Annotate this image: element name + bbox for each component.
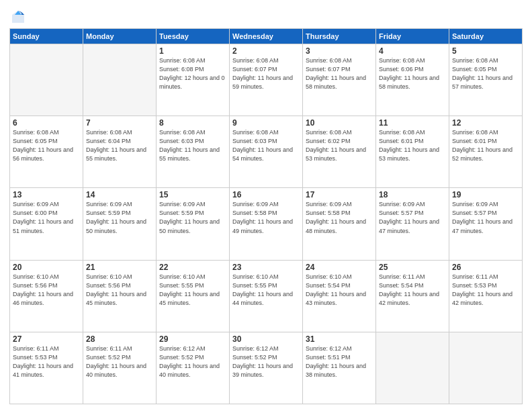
day-number: 19 [452,190,519,199]
day-number: 14 [86,190,153,199]
day-info: Sunrise: 6:10 AMSunset: 5:54 PMDaylight:… [306,273,373,308]
day-number: 22 [159,263,226,272]
logo [9,9,26,24]
day-info: Sunrise: 6:08 AMSunset: 6:07 PMDaylight:… [232,56,300,91]
calendar-week-row: 27Sunrise: 6:11 AMSunset: 5:53 PMDayligh… [10,332,523,404]
day-number: 18 [379,190,446,199]
day-number: 11 [379,118,446,128]
day-info: Sunrise: 6:08 AMSunset: 6:07 PMDaylight:… [306,56,373,91]
table-row: 11Sunrise: 6:08 AMSunset: 6:01 PMDayligh… [376,116,449,188]
calendar-table: Sunday Monday Tuesday Wednesday Thursday… [9,28,523,404]
day-number: 29 [159,334,226,344]
table-row: 18Sunrise: 6:09 AMSunset: 5:57 PMDayligh… [376,188,449,260]
day-info: Sunrise: 6:08 AMSunset: 6:06 PMDaylight:… [379,56,446,91]
table-row: 19Sunrise: 6:09 AMSunset: 5:57 PMDayligh… [449,188,523,260]
day-number: 16 [232,190,300,199]
day-info: Sunrise: 6:12 AMSunset: 5:52 PMDaylight:… [232,345,300,379]
table-row [449,332,523,404]
day-number: 25 [379,263,446,272]
table-row: 27Sunrise: 6:11 AMSunset: 5:53 PMDayligh… [10,332,83,404]
day-number: 12 [452,118,519,128]
header-saturday: Saturday [449,29,523,44]
day-info: Sunrise: 6:08 AMSunset: 6:05 PMDaylight:… [452,56,519,91]
day-info: Sunrise: 6:09 AMSunset: 5:59 PMDaylight:… [86,200,153,235]
day-info: Sunrise: 6:09 AMSunset: 5:59 PMDaylight:… [159,200,226,235]
calendar-week-row: 1Sunrise: 6:08 AMSunset: 6:08 PMDaylight… [10,44,523,116]
day-number: 13 [13,190,80,199]
table-row: 23Sunrise: 6:10 AMSunset: 5:55 PMDayligh… [230,260,303,332]
day-number: 31 [306,334,373,344]
day-info: Sunrise: 6:08 AMSunset: 6:02 PMDaylight:… [306,128,373,163]
day-info: Sunrise: 6:08 AMSunset: 6:01 PMDaylight:… [379,128,446,163]
table-row: 17Sunrise: 6:09 AMSunset: 5:58 PMDayligh… [303,188,376,260]
day-info: Sunrise: 6:10 AMSunset: 5:55 PMDaylight:… [159,273,226,308]
table-row: 2Sunrise: 6:08 AMSunset: 6:07 PMDaylight… [230,44,303,116]
table-row: 20Sunrise: 6:10 AMSunset: 5:56 PMDayligh… [10,260,83,332]
table-row: 6Sunrise: 6:08 AMSunset: 6:05 PMDaylight… [10,116,83,188]
day-info: Sunrise: 6:11 AMSunset: 5:53 PMDaylight:… [452,273,519,308]
day-number: 17 [306,190,373,199]
table-row: 10Sunrise: 6:08 AMSunset: 6:02 PMDayligh… [303,116,376,188]
day-info: Sunrise: 6:10 AMSunset: 5:56 PMDaylight:… [86,273,153,308]
table-row: 1Sunrise: 6:08 AMSunset: 6:08 PMDaylight… [157,44,230,116]
header-tuesday: Tuesday [157,29,230,44]
day-info: Sunrise: 6:11 AMSunset: 5:52 PMDaylight:… [86,345,153,379]
table-row: 9Sunrise: 6:08 AMSunset: 6:03 PMDaylight… [230,116,303,188]
day-number: 30 [232,334,300,344]
day-number: 8 [159,118,226,128]
day-number: 10 [306,118,373,128]
day-info: Sunrise: 6:09 AMSunset: 5:58 PMDaylight:… [232,200,300,235]
day-number: 5 [452,46,519,56]
day-info: Sunrise: 6:11 AMSunset: 5:53 PMDaylight:… [13,345,80,379]
day-number: 1 [159,46,226,56]
day-number: 2 [232,46,300,56]
table-row: 28Sunrise: 6:11 AMSunset: 5:52 PMDayligh… [83,332,157,404]
day-info: Sunrise: 6:10 AMSunset: 5:55 PMDaylight:… [232,273,300,308]
day-number: 9 [232,118,300,128]
table-row: 8Sunrise: 6:08 AMSunset: 6:03 PMDaylight… [157,116,230,188]
day-info: Sunrise: 6:08 AMSunset: 6:01 PMDaylight:… [452,128,519,163]
table-row: 3Sunrise: 6:08 AMSunset: 6:07 PMDaylight… [303,44,376,116]
header-wednesday: Wednesday [230,29,303,44]
table-row: 24Sunrise: 6:10 AMSunset: 5:54 PMDayligh… [303,260,376,332]
day-info: Sunrise: 6:10 AMSunset: 5:56 PMDaylight:… [13,273,80,308]
day-number: 27 [13,334,80,344]
day-number: 6 [13,118,80,128]
logo-icon [11,9,26,24]
calendar-page: Sunday Monday Tuesday Wednesday Thursday… [0,0,532,411]
day-number: 28 [86,334,153,344]
header-monday: Monday [83,29,157,44]
table-row: 29Sunrise: 6:12 AMSunset: 5:52 PMDayligh… [157,332,230,404]
day-info: Sunrise: 6:11 AMSunset: 5:54 PMDaylight:… [379,273,446,308]
table-row: 13Sunrise: 6:09 AMSunset: 6:00 PMDayligh… [10,188,83,260]
table-row [10,44,83,116]
day-info: Sunrise: 6:09 AMSunset: 5:58 PMDaylight:… [306,200,373,235]
day-info: Sunrise: 6:08 AMSunset: 6:05 PMDaylight:… [13,128,80,163]
table-row: 22Sunrise: 6:10 AMSunset: 5:55 PMDayligh… [157,260,230,332]
day-number: 7 [86,118,153,128]
day-info: Sunrise: 6:09 AMSunset: 5:57 PMDaylight:… [379,200,446,235]
day-number: 15 [159,190,226,199]
table-row: 21Sunrise: 6:10 AMSunset: 5:56 PMDayligh… [83,260,157,332]
table-row: 14Sunrise: 6:09 AMSunset: 5:59 PMDayligh… [83,188,157,260]
day-number: 23 [232,263,300,272]
table-row [83,44,157,116]
day-info: Sunrise: 6:08 AMSunset: 6:03 PMDaylight:… [159,128,226,163]
table-row: 30Sunrise: 6:12 AMSunset: 5:52 PMDayligh… [230,332,303,404]
calendar-week-row: 20Sunrise: 6:10 AMSunset: 5:56 PMDayligh… [10,260,523,332]
header-thursday: Thursday [303,29,376,44]
table-row: 16Sunrise: 6:09 AMSunset: 5:58 PMDayligh… [230,188,303,260]
day-info: Sunrise: 6:09 AMSunset: 6:00 PMDaylight:… [13,200,80,235]
day-info: Sunrise: 6:12 AMSunset: 5:51 PMDaylight:… [306,345,373,379]
header [9,7,523,24]
table-row: 15Sunrise: 6:09 AMSunset: 5:59 PMDayligh… [157,188,230,260]
table-row: 5Sunrise: 6:08 AMSunset: 6:05 PMDaylight… [449,44,523,116]
header-sunday: Sunday [10,29,83,44]
table-row: 7Sunrise: 6:08 AMSunset: 6:04 PMDaylight… [83,116,157,188]
table-row [376,332,449,404]
day-number: 24 [306,263,373,272]
calendar-week-row: 13Sunrise: 6:09 AMSunset: 6:00 PMDayligh… [10,188,523,260]
day-number: 3 [306,46,373,56]
table-row: 4Sunrise: 6:08 AMSunset: 6:06 PMDaylight… [376,44,449,116]
header-friday: Friday [376,29,449,44]
